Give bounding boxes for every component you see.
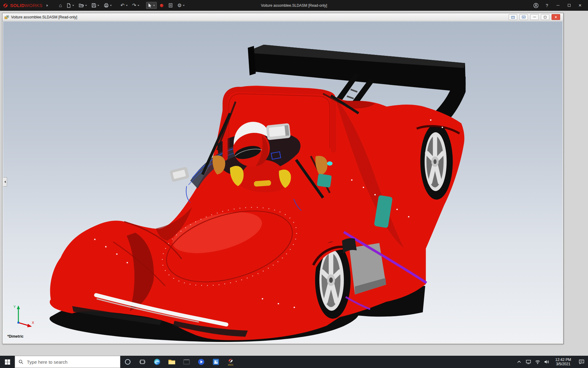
save-button[interactable] bbox=[90, 2, 101, 9]
task-view-button[interactable] bbox=[135, 356, 150, 368]
tray-overflow-button[interactable] bbox=[514, 356, 524, 368]
maximize-button[interactable] bbox=[564, 1, 575, 10]
child-window-float-button[interactable] bbox=[509, 14, 517, 20]
triad-y-label: Y bbox=[13, 305, 16, 309]
gear-icon: ⚙ bbox=[177, 3, 182, 8]
solidworks-app-button[interactable]: 2021 bbox=[223, 356, 238, 368]
dropdown-caret[interactable] bbox=[85, 5, 87, 6]
open-folder-icon bbox=[79, 3, 84, 8]
cortana-button[interactable] bbox=[120, 356, 135, 368]
print-button[interactable] bbox=[102, 2, 114, 9]
undo-icon: ↶ bbox=[120, 3, 124, 8]
windows-logo-icon bbox=[5, 359, 10, 365]
collapse-left-icon bbox=[4, 181, 6, 183]
child-close-icon: × bbox=[555, 15, 557, 19]
undo-button[interactable]: ↶ bbox=[119, 2, 129, 9]
window-float-icon bbox=[511, 16, 515, 19]
chevron-up-icon bbox=[517, 361, 521, 363]
printer-icon bbox=[104, 3, 109, 8]
action-center-button[interactable] bbox=[575, 356, 588, 368]
file-explorer-icon bbox=[168, 359, 175, 365]
triad-x-label: X bbox=[32, 321, 34, 324]
triad-x-arrow-icon bbox=[27, 324, 32, 327]
network-tray-button[interactable] bbox=[524, 356, 533, 368]
search-input[interactable] bbox=[26, 359, 116, 365]
volume-tray-button[interactable] bbox=[542, 356, 551, 368]
app-window-button[interactable] bbox=[179, 356, 194, 368]
close-button[interactable]: × bbox=[575, 1, 586, 10]
clock-date: 3/5/2021 bbox=[551, 362, 575, 366]
media-app-button[interactable] bbox=[194, 356, 209, 368]
file-explorer-button[interactable] bbox=[164, 356, 179, 368]
new-document-button[interactable] bbox=[65, 2, 76, 9]
dropdown-caret[interactable] bbox=[153, 5, 155, 6]
orientation-triad[interactable]: Y X bbox=[10, 303, 36, 329]
clock-time: 12:42 PM bbox=[551, 358, 575, 362]
window-dock-icon bbox=[522, 16, 526, 19]
maximize-icon bbox=[568, 4, 571, 7]
triad-y-arrow-icon bbox=[17, 305, 20, 309]
home-button[interactable]: ⌂ bbox=[57, 2, 64, 9]
wifi-tray-button[interactable] bbox=[533, 356, 542, 368]
task-view-icon bbox=[139, 359, 145, 365]
brand-text-light: WORKS bbox=[24, 3, 42, 8]
open-button[interactable] bbox=[77, 2, 89, 9]
child-window-dock-button[interactable] bbox=[519, 14, 528, 20]
touch-mode-button[interactable] bbox=[158, 2, 166, 9]
volume-icon bbox=[544, 360, 549, 364]
document-window: Voiture assomblee.SLDASM [Read-only] × bbox=[2, 13, 564, 344]
sheet-button[interactable] bbox=[167, 2, 175, 9]
child-maximize-button[interactable] bbox=[541, 14, 549, 20]
dropdown-caret[interactable] bbox=[126, 5, 128, 6]
account-icon bbox=[533, 3, 539, 8]
document-title: Voiture assomblee.SLDASM [Read-only] bbox=[11, 15, 77, 19]
edge-icon bbox=[153, 358, 161, 366]
car-3d-model bbox=[3, 21, 563, 342]
child-maximize-icon bbox=[544, 16, 546, 18]
touch-mode-icon bbox=[160, 3, 164, 8]
system-tray: 12:42 PM 3/5/2021 bbox=[514, 356, 588, 368]
solidworks-icon bbox=[228, 358, 233, 363]
network-icon bbox=[526, 360, 531, 364]
graphics-viewport[interactable]: Y X *Dimetric bbox=[3, 21, 563, 342]
child-minimize-icon bbox=[533, 17, 536, 17]
cortana-icon bbox=[125, 359, 131, 365]
help-button[interactable]: ? bbox=[541, 1, 552, 10]
document-window-controls: × bbox=[509, 14, 561, 20]
brand-text-bold: SOLID bbox=[10, 3, 24, 8]
child-close-button[interactable]: × bbox=[552, 14, 560, 20]
dropdown-caret[interactable] bbox=[138, 5, 139, 6]
account-button[interactable] bbox=[530, 1, 541, 10]
select-tool-button[interactable] bbox=[146, 2, 157, 9]
media-app-icon bbox=[198, 358, 205, 366]
minimize-button[interactable] bbox=[552, 1, 564, 10]
search-icon bbox=[19, 359, 23, 364]
photos-app-icon bbox=[213, 358, 219, 365]
home-icon: ⌂ bbox=[59, 3, 62, 8]
start-button[interactable] bbox=[0, 356, 15, 368]
dropdown-caret[interactable] bbox=[183, 5, 185, 6]
help-icon: ? bbox=[546, 3, 548, 8]
dropdown-caret[interactable] bbox=[72, 5, 74, 6]
redo-button[interactable]: ↷ bbox=[130, 2, 141, 9]
app-window-controls: ? × bbox=[530, 1, 586, 10]
quick-access-toolbar: ⌂ ↶ ↷ ⚙ bbox=[57, 2, 187, 9]
edge-button[interactable] bbox=[150, 356, 164, 368]
panel-collapse-tab[interactable] bbox=[3, 177, 7, 186]
dropdown-caret[interactable] bbox=[97, 5, 99, 6]
app-window-title: Voiture assomblee.SLDASM [Read-only] bbox=[261, 3, 327, 8]
mdi-client-area: Voiture assomblee.SLDASM [Read-only] × bbox=[0, 11, 588, 356]
dropdown-caret[interactable] bbox=[110, 5, 112, 6]
taskbar-search[interactable] bbox=[15, 356, 120, 368]
solidworks-version-badge: 2021 bbox=[228, 364, 233, 366]
child-minimize-button[interactable] bbox=[530, 14, 539, 20]
ds-logo-icon bbox=[2, 2, 9, 9]
taskbar-clock[interactable]: 12:42 PM 3/5/2021 bbox=[551, 358, 575, 366]
photos-app-button[interactable] bbox=[209, 356, 223, 368]
assembly-icon bbox=[4, 15, 9, 20]
document-titlebar[interactable]: Voiture assomblee.SLDASM [Read-only] × bbox=[2, 13, 563, 21]
close-icon: × bbox=[579, 2, 582, 9]
select-cursor-icon bbox=[148, 3, 152, 8]
settings-button[interactable]: ⚙ bbox=[175, 2, 187, 9]
brand-expand-chevron-icon[interactable] bbox=[47, 4, 48, 7]
